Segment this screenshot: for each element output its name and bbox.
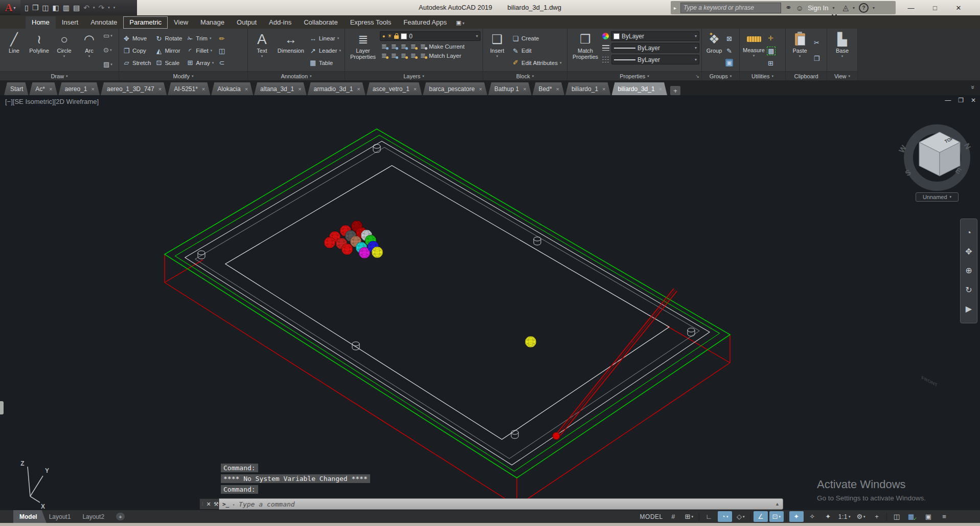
panel-title-block[interactable]: Block▾ bbox=[483, 71, 567, 80]
stretch-button[interactable]: ▱Stretch bbox=[123, 59, 151, 67]
text-button[interactable]: A Text ▾ bbox=[250, 30, 274, 71]
new-tab-button[interactable]: + bbox=[670, 86, 680, 95]
model-space-viewport[interactable]: TOPFRONTRIGHTWSENZYX [−][SE Isometric][2… bbox=[0, 95, 980, 510]
rectangle-button[interactable]: ▭▾ bbox=[103, 32, 112, 39]
status-polar-tracking[interactable]: ◔▾ bbox=[718, 511, 732, 522]
paste-button[interactable]: Paste ▾ bbox=[788, 30, 812, 71]
file-tab-alokacia[interactable]: Alokacia× bbox=[211, 82, 253, 95]
close-tab-icon[interactable]: × bbox=[245, 86, 248, 92]
status-graphics-performance[interactable]: ▦✓ bbox=[905, 511, 920, 522]
status-hardware-acceleration-menu[interactable]: ≡ bbox=[937, 511, 951, 522]
file-tab-start[interactable]: Start bbox=[4, 82, 28, 95]
status-object-snap[interactable]: ⊡▾ bbox=[769, 511, 784, 522]
linetype-dropdown[interactable]: ByLayer ▾ bbox=[611, 55, 699, 64]
status-annotation-scale[interactable]: 1:1▾ bbox=[837, 511, 852, 522]
doc-restore-button[interactable]: ❐ bbox=[958, 97, 964, 104]
explode-button[interactable]: ◫ bbox=[218, 47, 225, 55]
layer-tool-icon[interactable]: ≣ bbox=[399, 42, 408, 50]
status-isolate-objects[interactable]: ◫ bbox=[890, 511, 904, 522]
polyline-button[interactable]: ≀ Polyline bbox=[27, 30, 51, 71]
layer-properties-button[interactable]: ≣ Layer Properties bbox=[347, 30, 379, 71]
close-tab-icon[interactable]: × bbox=[523, 86, 526, 92]
panel-title-layers[interactable]: Layers▾ bbox=[345, 71, 483, 80]
ribbon-tab-parametric[interactable]: Parametric bbox=[123, 16, 168, 29]
layer-tool-icon[interactable]: ≣ bbox=[409, 42, 418, 50]
panel-title-clipboard[interactable]: Clipboard bbox=[786, 71, 827, 80]
panel-title-properties[interactable]: Properties▾ ↘ bbox=[567, 71, 701, 80]
close-tab-icon[interactable]: × bbox=[202, 86, 205, 92]
match-layer-button[interactable]: Match Layer bbox=[429, 53, 461, 59]
file-tab-bathup-1[interactable]: Bathup 1× bbox=[488, 82, 531, 95]
layout-tab-layout2[interactable]: Layout2 bbox=[76, 510, 113, 523]
panel-title-groups[interactable]: Groups▾ bbox=[702, 71, 739, 80]
panel-title-utilities[interactable]: Utilities▾ bbox=[740, 71, 785, 80]
status-annotation-scale-icon[interactable]: ✦ bbox=[821, 511, 835, 522]
linear-button[interactable]: ↔Linear▾ bbox=[309, 35, 341, 42]
rotate-button[interactable]: ↻Rotate bbox=[155, 35, 182, 42]
status-customization[interactable]: + bbox=[870, 511, 884, 522]
ribbon-tab-annotate[interactable]: Annotate bbox=[84, 16, 123, 29]
ribbon-tab-add-ins[interactable]: Add-ins bbox=[263, 16, 298, 29]
status-workspace-switching[interactable]: ⚙▾ bbox=[854, 511, 868, 522]
measure-button[interactable]: Measure ▾ bbox=[742, 30, 766, 71]
status-annotation-visibility[interactable]: ✦ bbox=[789, 511, 804, 522]
layer-tool-icon[interactable]: ≣ bbox=[399, 52, 408, 59]
panel-title-annotation[interactable]: Annotation▾ bbox=[248, 71, 345, 80]
close-tab-icon[interactable]: × bbox=[49, 86, 52, 92]
close-tab-icon[interactable]: × bbox=[479, 86, 482, 92]
layer-tool-icon[interactable]: ≣ bbox=[380, 42, 389, 50]
file-tab-aereo-1[interactable]: aereo_1× bbox=[58, 82, 99, 95]
layout-tab-layout1[interactable]: Layout1 bbox=[43, 510, 80, 523]
ribbon-tab-manage[interactable]: Manage bbox=[194, 16, 231, 29]
file-tab-biliardo-1[interactable]: biliardo_1× bbox=[565, 82, 610, 95]
layer-tool-icon[interactable]: ≣ bbox=[380, 52, 389, 59]
search-input[interactable] bbox=[680, 3, 781, 13]
layer-tool-icon[interactable]: ≣ bbox=[409, 52, 418, 59]
nav-showmotion-icon[interactable]: ▶ bbox=[966, 304, 972, 314]
help-chevron-icon[interactable]: ▾ bbox=[873, 6, 875, 10]
hatch-button[interactable]: ▨▾ bbox=[103, 60, 112, 68]
base-button[interactable]: ▙ Base ▾ bbox=[830, 30, 854, 71]
close-tab-icon[interactable]: × bbox=[414, 86, 417, 92]
select-similar-button[interactable]: ✛ bbox=[767, 34, 776, 42]
cut-button[interactable]: ✂ bbox=[813, 39, 821, 47]
close-tab-icon[interactable]: × bbox=[659, 86, 662, 92]
file-tab-bed[interactable]: Bed*× bbox=[533, 82, 564, 95]
doc-close-button[interactable]: ✕ bbox=[971, 97, 976, 104]
search-icon[interactable]: ⚭ bbox=[785, 3, 792, 12]
object-color-dropdown[interactable]: ByLayer ▾ bbox=[611, 31, 699, 41]
sign-in-button[interactable]: Sign In bbox=[808, 4, 828, 12]
file-tab-ac[interactable]: Ac*× bbox=[29, 82, 57, 95]
file-tab-biliardo-3d-1[interactable]: biliardo_3d_1× bbox=[612, 82, 668, 95]
status-annotation-autoscale[interactable]: ✧ bbox=[805, 511, 819, 522]
maximize-button[interactable]: □ bbox=[933, 4, 937, 12]
nav-navigation-wheel-icon[interactable]: ◔ bbox=[966, 228, 971, 237]
copy-button[interactable]: ❐Copy bbox=[123, 47, 151, 55]
ribbon-tab-featured-apps[interactable]: Featured Apps bbox=[397, 16, 453, 29]
ribbon-tab-collaborate[interactable]: Collaborate bbox=[298, 16, 344, 29]
match-properties-button[interactable]: ❒ Match Properties bbox=[569, 30, 601, 71]
quick-calc-button[interactable]: ⊞ bbox=[767, 59, 776, 67]
offset-button[interactable]: ⊂ bbox=[218, 59, 225, 67]
file-tab-ai-5251[interactable]: AI-5251*× bbox=[168, 82, 210, 95]
insert-button[interactable]: ❑ Insert ▾ bbox=[485, 30, 509, 71]
move-button[interactable]: ✥Move bbox=[123, 35, 151, 42]
scale-button[interactable]: ⊡Scale bbox=[155, 59, 182, 67]
tab-overflow-icon[interactable]: » bbox=[969, 85, 977, 89]
quick-select-button[interactable]: ▩ bbox=[767, 47, 776, 55]
mirror-button[interactable]: ◭Mirror bbox=[155, 47, 182, 55]
minimize-button[interactable]: — bbox=[908, 4, 915, 12]
a360-icon[interactable]: ◬ bbox=[842, 3, 849, 12]
layer-dropdown[interactable]: ● ☀ 0 ▾ bbox=[380, 31, 481, 41]
panel-title-view[interactable]: View▾ bbox=[827, 71, 857, 80]
copy-clip-button[interactable]: ❐ bbox=[813, 55, 821, 62]
group-selection-toggle[interactable]: ▣ bbox=[725, 59, 733, 67]
close-button[interactable]: ✕ bbox=[956, 4, 962, 12]
make-current-button[interactable]: Make Current bbox=[429, 43, 465, 50]
close-tab-icon[interactable]: × bbox=[92, 86, 95, 92]
group-edit-button[interactable]: ✎ bbox=[725, 47, 733, 55]
sign-in-chevron-icon[interactable]: ▾ bbox=[832, 6, 834, 10]
close-tab-icon[interactable]: × bbox=[556, 86, 559, 92]
status-isometric-drafting[interactable]: ◇▾ bbox=[734, 511, 748, 522]
close-tab-icon[interactable]: × bbox=[357, 86, 360, 92]
